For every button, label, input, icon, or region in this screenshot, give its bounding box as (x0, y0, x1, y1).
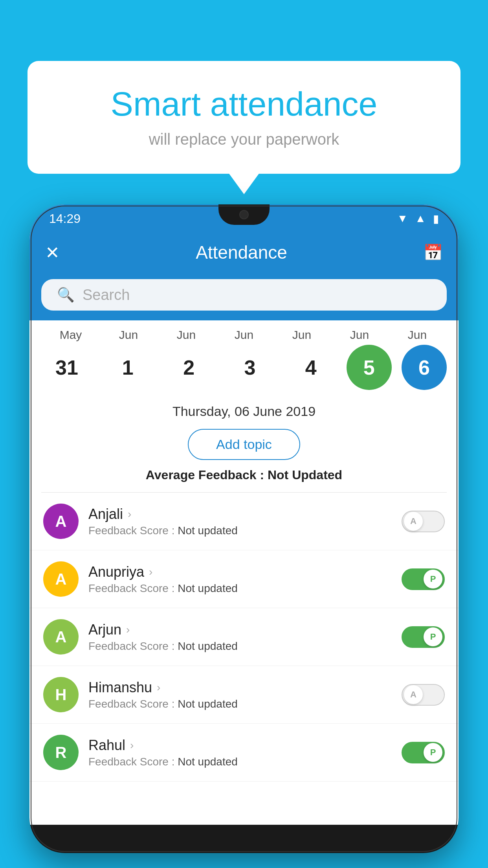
search-icon: 🔍 (57, 287, 75, 303)
search-input-label: Search (83, 287, 130, 303)
avatar: A (43, 504, 79, 539)
student-item[interactable]: AAnjali ›Feedback Score : Not updatedA (29, 493, 459, 550)
toggle-knob: P (424, 570, 442, 588)
calendar-icon[interactable]: 📅 (423, 243, 443, 262)
speech-bubble: Smart attendance will replace your paper… (28, 61, 460, 174)
chevron-right-icon: › (157, 681, 160, 694)
attendance-toggle[interactable]: P (402, 568, 445, 590)
student-feedback: Feedback Score : Not updated (88, 582, 392, 595)
student-info: Rahul ›Feedback Score : Not updated (88, 737, 392, 768)
app-bar-title: Attendance (196, 242, 287, 263)
toggle-knob: A (404, 685, 423, 704)
close-button[interactable]: ✕ (45, 243, 60, 263)
student-name: Himanshu › (88, 679, 392, 696)
calendar-month-label: Jun (161, 328, 212, 342)
phone-container: 14:29 ▼ ▲ ▮ ✕ Attendance 📅 🔍 Search (29, 204, 459, 868)
student-info: Arjun ›Feedback Score : Not updated (88, 622, 392, 653)
chevron-right-icon: › (149, 566, 152, 578)
calendar-day[interactable]: 4 (285, 345, 336, 390)
toggle-knob: A (404, 512, 423, 531)
calendar-day[interactable]: 31 (41, 345, 92, 390)
student-name: Rahul › (88, 737, 392, 754)
status-icons: ▼ ▲ ▮ (397, 212, 439, 225)
avatar: A (43, 561, 79, 597)
student-item[interactable]: AArjun ›Feedback Score : Not updatedP (29, 608, 459, 666)
battery-icon: ▮ (433, 212, 439, 225)
attendance-toggle[interactable]: A (402, 684, 445, 706)
phone-notch (218, 204, 270, 225)
calendar-month-label: Jun (218, 328, 270, 342)
calendar-month-label: Jun (334, 328, 385, 342)
toggle-switch[interactable]: P (402, 742, 445, 763)
toggle-switch[interactable]: P (402, 568, 445, 590)
calendar-day[interactable]: 5 (347, 345, 392, 390)
student-item[interactable]: AAnupriya ›Feedback Score : Not updatedP (29, 550, 459, 608)
calendar-month-label: Jun (392, 328, 443, 342)
speech-bubble-container: Smart attendance will replace your paper… (28, 61, 460, 174)
calendar-day[interactable]: 2 (163, 345, 215, 390)
calendar-day[interactable]: 6 (402, 345, 447, 390)
student-feedback: Feedback Score : Not updated (88, 524, 392, 537)
toggle-knob: P (424, 743, 442, 762)
app-bar: ✕ Attendance 📅 (29, 233, 459, 272)
avatar: A (43, 619, 79, 655)
add-topic-button[interactable]: Add topic (188, 429, 300, 460)
toggle-switch[interactable]: A (402, 684, 445, 706)
calendar-months-row: MayJunJunJunJunJunJun (41, 328, 447, 342)
avatar: H (43, 677, 79, 712)
calendar-month-label: Jun (276, 328, 327, 342)
wifi-icon: ▼ (397, 212, 408, 225)
student-item[interactable]: RRahul ›Feedback Score : Not updatedP (29, 724, 459, 782)
student-info: Himanshu ›Feedback Score : Not updated (88, 679, 392, 710)
attendance-toggle[interactable]: P (402, 742, 445, 763)
phone-frame: 14:29 ▼ ▲ ▮ ✕ Attendance 📅 🔍 Search (29, 204, 459, 853)
calendar-dates-row: 31123456 (41, 345, 447, 390)
toggle-switch[interactable]: P (402, 626, 445, 648)
attendance-toggle[interactable]: P (402, 626, 445, 648)
avg-feedback-label: Average Feedback : (146, 468, 264, 482)
student-info: Anupriya ›Feedback Score : Not updated (88, 564, 392, 595)
avatar: R (43, 735, 79, 770)
chevron-right-icon: › (126, 623, 130, 636)
toggle-knob: P (424, 627, 442, 646)
status-time: 14:29 (49, 211, 81, 226)
toggle-switch[interactable]: A (402, 511, 445, 532)
avg-feedback-value: Not Updated (268, 468, 342, 482)
app-tagline-title: Smart attendance (59, 85, 429, 123)
student-list: AAnjali ›Feedback Score : Not updatedAAA… (29, 493, 459, 782)
calendar-month-label: Jun (103, 328, 154, 342)
calendar-month-label: May (45, 328, 96, 342)
signal-icon: ▲ (415, 212, 426, 225)
front-camera (239, 210, 249, 219)
student-name: Arjun › (88, 622, 392, 638)
app-tagline-subtitle: will replace your paperwork (59, 131, 429, 148)
student-item[interactable]: HHimanshu ›Feedback Score : Not updatedA (29, 666, 459, 724)
student-feedback: Feedback Score : Not updated (88, 698, 392, 710)
search-bar[interactable]: 🔍 Search (41, 279, 447, 311)
student-feedback: Feedback Score : Not updated (88, 640, 392, 653)
calendar-day[interactable]: 1 (102, 345, 153, 390)
selected-date-display: Thursday, 06 June 2019 (29, 394, 459, 425)
chevron-right-icon: › (130, 739, 134, 752)
avg-feedback: Average Feedback : Not Updated (29, 468, 459, 492)
calendar-strip: MayJunJunJunJunJunJun 31123456 (29, 320, 459, 394)
student-feedback: Feedback Score : Not updated (88, 756, 392, 768)
phone-screen: 14:29 ▼ ▲ ▮ ✕ Attendance 📅 🔍 Search (29, 204, 459, 825)
student-name: Anjali › (88, 506, 392, 522)
calendar-day[interactable]: 3 (224, 345, 275, 390)
attendance-toggle[interactable]: A (402, 511, 445, 532)
chevron-right-icon: › (128, 508, 131, 520)
search-bar-container: 🔍 Search (29, 272, 459, 320)
add-topic-container: Add topic (29, 425, 459, 468)
student-info: Anjali ›Feedback Score : Not updated (88, 506, 392, 537)
student-name: Anupriya › (88, 564, 392, 580)
